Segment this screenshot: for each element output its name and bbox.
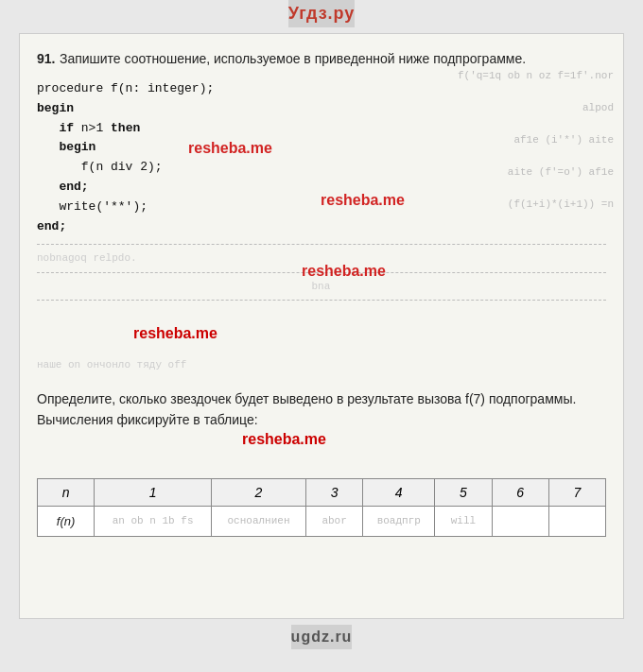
section-dividers: nobnagoq relpdo. bna (37, 244, 606, 301)
col-1: 1 (95, 478, 212, 506)
faded-mid-1: nobnagoq relpdo. (37, 250, 606, 267)
bottom-bar: ugdz.ru (291, 625, 353, 649)
faded-mid-2: bna (37, 279, 606, 295)
results-table: n 1 2 3 4 5 6 7 f(n) an ob n 1b fs осноа… (37, 478, 606, 537)
fn-val-5: will (435, 506, 492, 536)
question-number: 91. (37, 51, 55, 66)
col-3: 3 (306, 478, 363, 506)
table-section: n 1 2 3 4 5 6 7 f(n) an ob n 1b fs осноа… (37, 478, 606, 537)
table-fn-row: f(n) an ob n 1b fs осноалниен abor воадп… (38, 506, 606, 536)
question-header: 91. Запишите соотношение, используемое в… (37, 47, 606, 70)
fn-label: f(n) (38, 506, 95, 536)
fn-val-1: an ob n 1b fs (95, 506, 212, 536)
fn-val-4: воадпгр (363, 506, 435, 536)
fn-val-7 (548, 506, 605, 536)
main-content: 91. Запишите соотношение, используемое в… (19, 33, 624, 619)
question-text: Запишите соотношение, используемое в при… (60, 51, 526, 66)
col-2: 2 (212, 478, 306, 506)
fn-val-6 (492, 506, 548, 536)
fn-val-2: осноалниен (212, 506, 306, 536)
second-part-text: Определите, сколько звездочек будет выве… (37, 388, 606, 431)
top-bar: Угдз.ру (288, 0, 356, 27)
col-5: 5 (435, 478, 492, 506)
code-line-8: end; (37, 217, 606, 237)
col-4: 4 (363, 478, 435, 506)
col-6: 6 (492, 478, 548, 506)
faded-mid-3: наше on ончонло тяду off (37, 357, 606, 373)
table-header-row: n 1 2 3 4 5 6 7 (38, 478, 606, 506)
col-n: n (38, 478, 95, 506)
fn-val-3: abor (306, 506, 363, 536)
col-7: 7 (548, 478, 605, 506)
faded-right-text: f('q=1q ob n oz f=1f'.nor alpod af1e (i'… (458, 68, 614, 213)
watermark-4: resheba.me (133, 325, 217, 342)
watermark-5: resheba.me (242, 431, 326, 448)
